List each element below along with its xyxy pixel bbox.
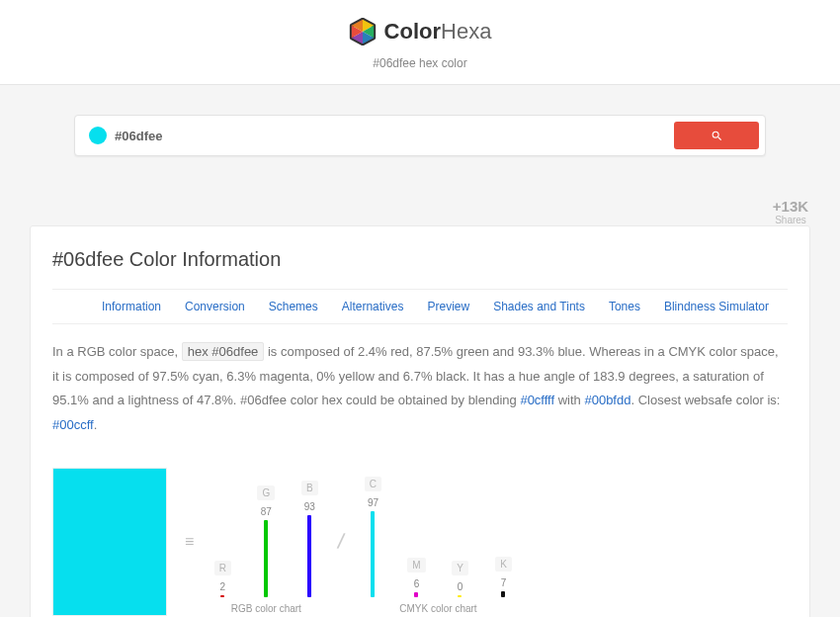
bar-y: Y0 [449,561,470,597]
cmyk-chart: C97M6Y0K7 CMYK color chart [362,469,514,614]
bar-m: M6 [405,558,427,597]
search-swatch-icon [89,127,107,144]
logo-text-main: Color [384,19,441,44]
bar-k: K7 [492,557,514,597]
nav-alternatives[interactable]: Alternatives [342,300,404,313]
bar-r: R2 [211,561,233,597]
share-label: Shares [769,215,812,225]
hex-badge: hex #06dfee [182,342,265,361]
color-swatch [52,468,167,616]
page-title: #06dfee Color Information [52,248,788,271]
slash-icon: / [336,528,347,555]
bar-g: G87 [255,485,277,597]
logo-icon [349,18,377,45]
chart-row: ≡ R2G87B93 RGB color chart / C97M6Y0K7 C… [52,458,788,617]
bar-b: B93 [298,481,320,598]
equals-icon: ≡ [185,533,194,551]
logo[interactable]: ColorHexa [349,18,492,45]
content-card: #06dfee Color Information InformationCon… [30,225,810,617]
nav-tones[interactable]: Tones [609,300,640,313]
description: In a RGB color space, hex #06dfee is com… [52,340,788,438]
share-count: +13K [769,198,812,215]
header: ColorHexa #06dfee hex color [0,0,840,85]
logo-text-sub: Hexa [441,19,491,44]
search-input[interactable] [115,129,674,143]
nav-preview[interactable]: Preview [427,300,469,313]
search-icon [711,130,723,142]
search-button[interactable] [674,122,759,149]
bar-c: C97 [362,477,383,597]
search-bar [74,115,766,156]
blend-link-1[interactable]: #0cffff [520,393,554,407]
page-subtitle: #06dfee hex color [0,56,840,70]
nav-schemes[interactable]: Schemes [269,300,318,313]
nav-information[interactable]: Information [102,300,161,313]
section-nav: InformationConversionSchemesAlternatives… [52,289,788,324]
rgb-chart: R2G87B93 RGB color chart [211,469,320,614]
nav-blindness-simulator[interactable]: Blindness Simulator [664,300,769,313]
blend-link-2[interactable]: #00bfdd [584,393,630,407]
nav-shades-and-tints[interactable]: Shades and Tints [493,300,585,313]
websafe-link[interactable]: #00ccff [52,417,94,432]
nav-conversion[interactable]: Conversion [185,300,245,313]
